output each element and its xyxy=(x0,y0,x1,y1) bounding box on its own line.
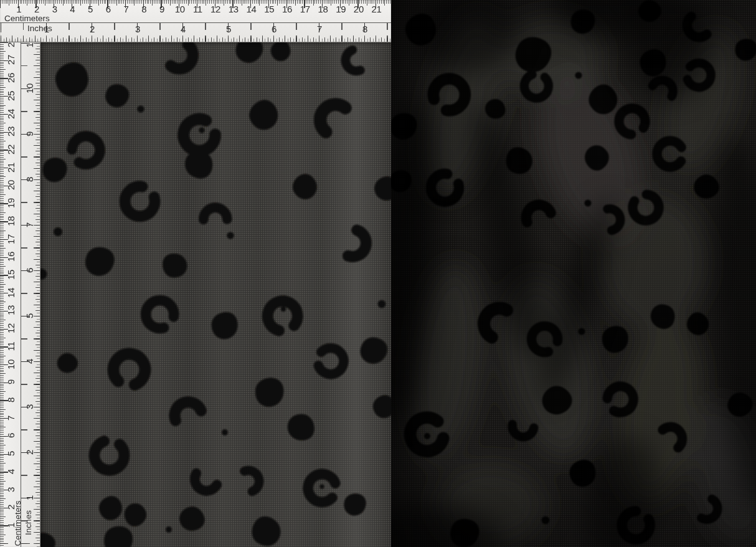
leopard-spot-blob xyxy=(103,82,131,110)
leopard-spot-dot xyxy=(424,433,430,439)
top-ruler-cm-number: 6 xyxy=(106,4,111,14)
top-ruler-cm-number: 4 xyxy=(70,4,75,14)
top-ruler-inch-number: 8 xyxy=(362,24,367,34)
left-ruler-inch-number: 11 xyxy=(25,42,34,47)
left-ruler-inches-label: Inches xyxy=(24,510,33,535)
leopard-spot-cring xyxy=(89,435,130,475)
leopard-spot-dot xyxy=(40,269,47,280)
leopard-spot-comma xyxy=(316,101,351,133)
left-ruler-cm-number: 7 xyxy=(6,416,16,421)
left-ruler-cm-number: 10 xyxy=(6,359,16,369)
leopard-spot-cring xyxy=(70,134,103,166)
top-ruler-cm-number: 10 xyxy=(175,4,185,14)
left-ruler-cm-number: 19 xyxy=(6,198,16,208)
left-ruler-cm-number: 15 xyxy=(6,270,16,280)
leopard-spot-comma xyxy=(526,203,552,226)
leopard-spot-blob xyxy=(248,513,285,547)
leopard-spot-cring xyxy=(108,348,151,391)
left-ruler-centimeters-label: Centimeters xyxy=(14,501,22,546)
left-ruler-inch-number: 10 xyxy=(25,83,34,93)
top-ruler-inch-number: 3 xyxy=(135,24,140,34)
left-ruler-cm-number: 4 xyxy=(6,469,16,474)
leopard-spot-dot xyxy=(542,516,550,525)
leopard-spot-blob xyxy=(95,492,127,524)
left-ruler-cm-number: 27 xyxy=(6,55,16,65)
leopard-spot-blob xyxy=(209,310,241,342)
leopard-spot-cring xyxy=(617,106,648,136)
leopard-spot-comma xyxy=(174,400,202,425)
top-ruler-cm-number: 18 xyxy=(318,4,328,14)
leopard-spot-blob xyxy=(357,334,390,368)
top-ruler-cm-number: 11 xyxy=(193,4,202,14)
top-ruler-cm-number: 3 xyxy=(52,4,57,14)
top-ruler-cm-number: 12 xyxy=(210,4,220,14)
top-ruler-cm-number: 2 xyxy=(34,4,39,14)
leopard-spot-dot xyxy=(222,429,228,435)
leopard-spot-comma xyxy=(202,203,230,229)
leopard-spot-dot xyxy=(584,199,591,206)
left-ruler-cm-number: 3 xyxy=(6,487,16,492)
left-ruler-cm-number: 9 xyxy=(6,379,16,384)
top-ruler-eighth-inch-ticks xyxy=(1,37,391,42)
left-ruler-millimeter-ticks xyxy=(0,42,4,547)
left-ruler-inch-number: 9 xyxy=(25,131,34,136)
draped-fabric-panel xyxy=(391,0,756,547)
leopard-spot-comma xyxy=(344,49,364,72)
leopard-spot-blob xyxy=(161,251,189,279)
top-ruler-inch-number: 1 xyxy=(44,24,49,34)
leopard-spot-blob xyxy=(371,172,391,205)
top-ruler-cm-number: 21 xyxy=(372,4,382,14)
top-ruler-inch-number: 2 xyxy=(90,24,95,34)
top-ruler-cm-number: 16 xyxy=(282,4,292,14)
left-ruler-cm-number: 5 xyxy=(6,451,16,456)
leopard-spot-blob xyxy=(83,245,116,278)
left-ruler-quarter-inch-ticks xyxy=(34,43,40,547)
top-ruler-centimeters-label: Centimeters xyxy=(4,14,50,23)
top-ruler-inch-ticks xyxy=(1,23,391,32)
top-ruler-cm-number: 15 xyxy=(264,4,274,14)
left-ruler-inch-number: 7 xyxy=(25,222,34,227)
left-ruler-cm-number: 13 xyxy=(6,305,16,315)
leopard-spot-blob xyxy=(244,95,285,135)
leopard-spot-cring xyxy=(180,116,219,155)
leopard-spot-dot xyxy=(199,127,204,133)
top-ruler-cm-number: 9 xyxy=(159,4,164,14)
leopard-spot-blob xyxy=(267,42,294,65)
left-ruler-cm-number: 11 xyxy=(6,341,16,351)
leopard-spot-blob xyxy=(120,499,151,530)
leopard-spot-blob xyxy=(253,376,286,409)
draped-fabric-leopard-spots xyxy=(391,0,756,547)
fabric-swatch-composite: 123456789101112131415161718192021 Centim… xyxy=(0,0,756,547)
top-ruler-inch-number: 6 xyxy=(272,24,276,34)
left-ruler-divider xyxy=(21,42,21,547)
left-ruler-cm-number: 8 xyxy=(6,397,16,402)
leopard-spot-cring xyxy=(141,295,179,333)
left-ruler-cm-number: 23 xyxy=(6,126,16,136)
leopard-spot-cring xyxy=(120,181,160,222)
leopard-spot-blob xyxy=(43,158,67,182)
leopard-spot-blob xyxy=(369,392,391,422)
leopard-spot-dot xyxy=(227,232,234,239)
top-ruler-half-inch-ticks xyxy=(1,23,391,30)
left-ruler-cm-number: 12 xyxy=(6,323,16,333)
left-ruler-inch-ticks xyxy=(21,43,30,547)
leopard-spot-dot xyxy=(575,72,582,78)
leopard-spot-blob xyxy=(288,169,322,204)
left-ruler-sixteenth-inch-ticks xyxy=(37,43,40,547)
leopard-spot-comma xyxy=(191,467,217,495)
top-ruler-cm-number: 7 xyxy=(124,4,129,14)
left-ruler-eighth-inch-ticks xyxy=(35,43,40,547)
top-ruler-cm-number: 20 xyxy=(354,4,364,14)
leopard-spot-dot xyxy=(281,307,286,312)
left-ruler-cm-number: 21 xyxy=(6,163,16,173)
leopard-spot-blob xyxy=(104,526,133,547)
top-ruler-inch-number: 5 xyxy=(226,24,231,34)
top-ruler-cm-number: 1 xyxy=(16,4,21,14)
top-ruler: 123456789101112131415161718192021 Centim… xyxy=(0,0,391,42)
top-ruler-cm-number: 17 xyxy=(300,4,310,14)
leopard-spot-blob xyxy=(50,57,94,102)
top-ruler-cm-number: 14 xyxy=(247,4,257,14)
left-ruler-inch-number: 6 xyxy=(25,268,34,273)
leopard-spot-blob xyxy=(54,349,82,377)
left-ruler-cm-number: 25 xyxy=(6,91,16,101)
